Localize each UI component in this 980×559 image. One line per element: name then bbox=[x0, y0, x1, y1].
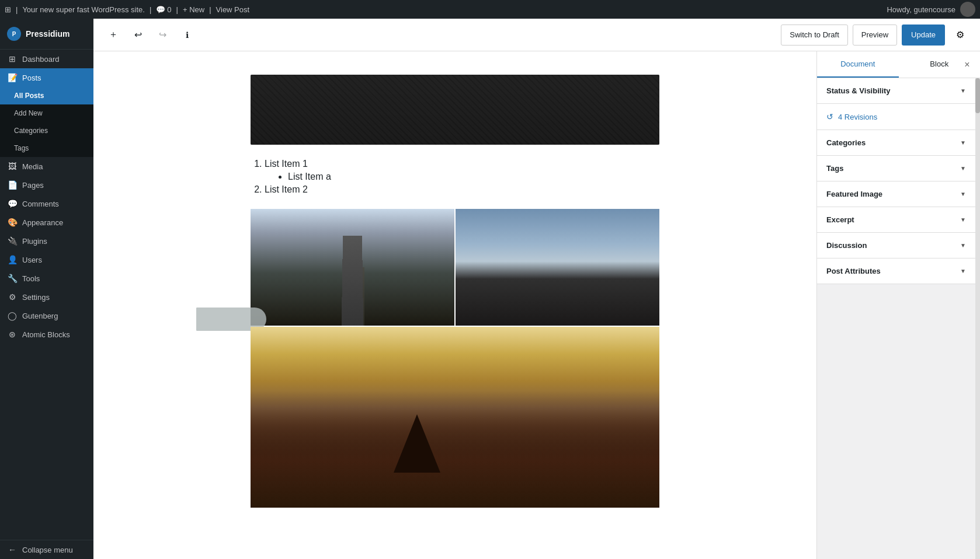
editor-area: ＋ ↩ ↪ ℹ Switch to Draft Preview Update ⚙ bbox=[93, 19, 980, 559]
add-block-icon: ＋ bbox=[109, 29, 118, 41]
sidebar-item-pages[interactable]: 📄 Pages bbox=[0, 176, 93, 194]
comments-bubble[interactable]: 💬 0 bbox=[156, 5, 171, 14]
pages-icon: 📄 bbox=[7, 180, 18, 190]
panel-close-button[interactable]: × bbox=[959, 57, 975, 73]
undo-button[interactable]: ↩ bbox=[127, 25, 148, 46]
chevron-down-icon: ▼ bbox=[960, 216, 966, 223]
categories-header[interactable]: Categories ▼ bbox=[817, 130, 975, 155]
revisions-header[interactable]: ↺ 4 Revisions bbox=[817, 104, 975, 130]
sidebar-item-label: Appearance bbox=[22, 218, 63, 227]
media-icon: 🖼 bbox=[7, 162, 18, 171]
sidebar-item-posts[interactable]: 📝 Posts bbox=[0, 68, 93, 87]
revisions-item[interactable]: ↺ 4 Revisions bbox=[826, 112, 877, 121]
right-panel-scrollbar[interactable] bbox=[975, 78, 980, 559]
toolbar-right: Switch to Draft Preview Update ⚙ bbox=[781, 25, 971, 46]
gear-icon: ⚙ bbox=[956, 29, 964, 40]
pressidium-label: Pressidium bbox=[26, 29, 69, 39]
chevron-down-icon: ▼ bbox=[960, 242, 966, 249]
redo-button[interactable]: ↪ bbox=[152, 25, 173, 46]
post-content[interactable]: List Item 1 List Item a List Item 2 bbox=[93, 51, 816, 559]
info-button[interactable]: ℹ bbox=[176, 25, 197, 46]
featured-image-label: Featured Image bbox=[826, 190, 882, 198]
panel-with-scroll: Status & Visibility ▼ ↺ 4 Revisions bbox=[817, 78, 980, 559]
sidebar: P Pressidium ⊞ Dashboard 📝 Posts All Pos… bbox=[0, 19, 93, 559]
discussion-header[interactable]: Discussion ▼ bbox=[817, 233, 975, 258]
tags-label: Tags bbox=[826, 164, 843, 173]
status-visibility-label: Status & Visibility bbox=[826, 86, 891, 95]
new-item[interactable]: + New bbox=[183, 5, 204, 14]
mountains-image bbox=[251, 327, 659, 508]
panel-scroll-area: Status & Visibility ▼ ↺ 4 Revisions bbox=[817, 78, 975, 559]
revisions-icon: ↺ bbox=[826, 112, 833, 121]
collapse-icon: ← bbox=[7, 545, 18, 554]
update-button[interactable]: Update bbox=[902, 25, 945, 46]
excerpt-label: Excerpt bbox=[826, 215, 854, 224]
excerpt-header[interactable]: Excerpt ▼ bbox=[817, 207, 975, 232]
sidebar-item-label: Dashboard bbox=[22, 55, 60, 64]
greeting-label: Howdy, gutencourse bbox=[887, 5, 955, 14]
sidebar-item-dashboard[interactable]: ⊞ Dashboard bbox=[0, 50, 93, 68]
switch-to-draft-button[interactable]: Switch to Draft bbox=[781, 25, 848, 46]
post-content-inner: List Item 1 List Item a List Item 2 bbox=[251, 75, 659, 508]
sidebar-item-label: Media bbox=[22, 162, 43, 171]
plane-wreck-image bbox=[456, 209, 659, 326]
ordered-list: List Item 1 List Item a List Item 2 bbox=[251, 159, 659, 195]
revisions-label: 4 Revisions bbox=[838, 113, 877, 121]
undo-icon: ↩ bbox=[134, 29, 142, 40]
sidebar-item-appearance[interactable]: 🎨 Appearance bbox=[0, 213, 93, 232]
tags-header[interactable]: Tags ▼ bbox=[817, 156, 975, 181]
chevron-down-icon: ▼ bbox=[960, 88, 966, 94]
admin-bar: ⊞ | Your new super fast WordPress site. … bbox=[0, 0, 980, 19]
sidebar-item-media[interactable]: 🖼 Media bbox=[0, 157, 93, 176]
sidebar-item-gutenberg[interactable]: ◯ Gutenberg bbox=[0, 306, 93, 325]
comments-count: 0 bbox=[167, 5, 171, 14]
panel-section-status-visibility: Status & Visibility ▼ bbox=[817, 78, 975, 104]
sidebar-subitem-categories[interactable]: Categories bbox=[0, 122, 93, 139]
sidebar-pressidium[interactable]: P Pressidium bbox=[0, 19, 93, 50]
post-attributes-header[interactable]: Post Attributes ▼ bbox=[817, 258, 975, 284]
panel-section-excerpt: Excerpt ▼ bbox=[817, 207, 975, 233]
list-item: List Item 2 bbox=[265, 184, 659, 195]
wp-logo-icon[interactable]: ⊞ bbox=[5, 5, 11, 14]
sidebar-collapse-menu[interactable]: ← Collapse menu bbox=[0, 540, 93, 559]
sidebar-item-users[interactable]: 👤 Users bbox=[0, 250, 93, 269]
list-item: List Item 1 List Item a bbox=[265, 159, 659, 182]
sidebar-item-label: Collapse menu bbox=[22, 546, 73, 554]
preview-button[interactable]: Preview bbox=[853, 25, 897, 46]
chevron-down-icon: ▼ bbox=[960, 268, 966, 274]
view-post-link[interactable]: View Post bbox=[216, 5, 250, 14]
chevron-down-icon: ▼ bbox=[960, 139, 966, 146]
panel-section-post-attributes: Post Attributes ▼ bbox=[817, 258, 975, 284]
settings-button[interactable]: ⚙ bbox=[950, 25, 971, 46]
sidebar-item-comments[interactable]: 💬 Comments bbox=[0, 194, 93, 213]
featured-image-header[interactable]: Featured Image ▼ bbox=[817, 181, 975, 207]
list-section: List Item 1 List Item a List Item 2 bbox=[251, 159, 659, 195]
sidebar-item-atomic-blocks[interactable]: ⊛ Atomic Blocks bbox=[0, 325, 93, 344]
add-block-button[interactable]: ＋ bbox=[103, 25, 124, 46]
sidebar-subitem-all-posts[interactable]: All Posts bbox=[0, 87, 93, 104]
sidebar-item-label: Pages bbox=[22, 181, 44, 190]
sidebar-subitem-add-new[interactable]: Add New bbox=[0, 104, 93, 122]
chevron-down-icon: ▼ bbox=[960, 191, 966, 197]
categories-label: Categories bbox=[826, 138, 866, 147]
panel-tabs: Document Block × bbox=[817, 51, 980, 78]
info-icon: ℹ bbox=[186, 30, 189, 40]
sidebar-item-label: Atomic Blocks bbox=[22, 330, 70, 339]
pressidium-icon: P bbox=[7, 27, 21, 41]
tab-document[interactable]: Document bbox=[817, 51, 899, 78]
sidebar-item-settings[interactable]: ⚙ Settings bbox=[0, 288, 93, 306]
status-visibility-header[interactable]: Status & Visibility ▼ bbox=[817, 78, 975, 103]
sidebar-item-label: Plugins bbox=[22, 237, 47, 246]
sidebar-subitem-tags[interactable]: Tags bbox=[0, 139, 93, 157]
sidebar-item-tools[interactable]: 🔧 Tools bbox=[0, 269, 93, 288]
tools-icon: 🔧 bbox=[7, 274, 18, 283]
site-name[interactable]: Your new super fast WordPress site. bbox=[22, 5, 145, 14]
sidebar-item-label: Posts bbox=[22, 74, 41, 82]
users-icon: 👤 bbox=[7, 255, 18, 264]
list-item-1-label: List Item 1 bbox=[265, 159, 308, 169]
post-attributes-label: Post Attributes bbox=[826, 267, 881, 275]
panel-section-revisions: ↺ 4 Revisions bbox=[817, 104, 975, 130]
admin-bar-left: ⊞ | Your new super fast WordPress site. … bbox=[5, 5, 884, 14]
sidebar-item-plugins[interactable]: 🔌 Plugins bbox=[0, 232, 93, 250]
appearance-icon: 🎨 bbox=[7, 218, 18, 227]
